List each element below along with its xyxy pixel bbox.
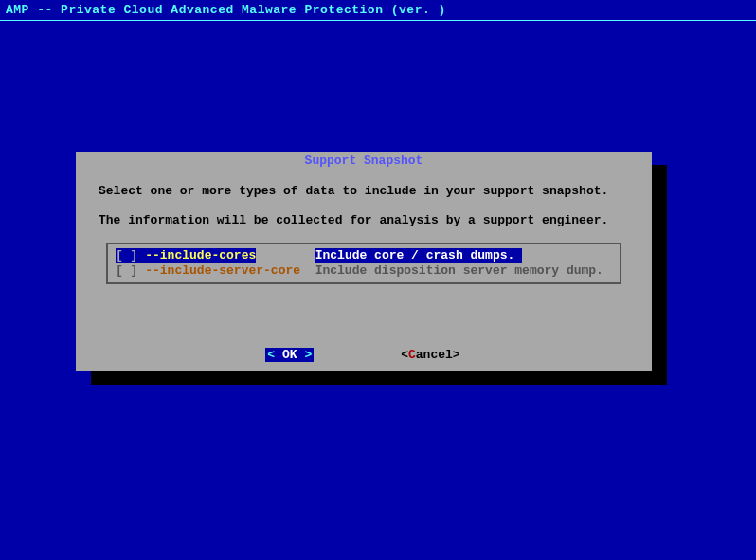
checkbox-icon[interactable]: [ ]: [116, 248, 145, 263]
option-flag: --include-cores: [145, 248, 256, 263]
option-description: Include core / crash dumps.: [315, 248, 522, 263]
button-row: < OK > <Cancel>: [76, 348, 652, 362]
options-box: [ ] --include-cores Include core / crash…: [106, 243, 621, 284]
option-include-cores[interactable]: [ ] --include-cores Include core / crash…: [116, 248, 612, 263]
checkbox-icon[interactable]: [ ]: [116, 263, 145, 279]
cancel-button[interactable]: <Cancel>: [399, 348, 461, 362]
option-include-server-core[interactable]: [ ] --include-server-core Include dispos…: [116, 263, 612, 279]
option-flag: --include-server-core: [145, 263, 300, 279]
dialog-instruction-2: The information will be collected for an…: [99, 213, 629, 227]
option-description: Include disposition server memory dump.: [315, 263, 603, 279]
dialog-title: Support Snapshot: [301, 154, 427, 168]
arrow-left-icon: <: [267, 348, 275, 362]
dialog-instruction-1: Select one or more types of data to incl…: [99, 184, 629, 198]
ok-button[interactable]: < OK >: [265, 348, 314, 362]
arrow-right-icon: >: [304, 348, 312, 362]
app-header: AMP -- Private Cloud Advanced Malware Pr…: [0, 0, 756, 21]
dialog-body: Select one or more types of data to incl…: [76, 152, 652, 284]
app-title: AMP -- Private Cloud Advanced Malware Pr…: [6, 3, 446, 17]
support-snapshot-dialog: Support Snapshot Select one or more type…: [76, 152, 652, 371]
